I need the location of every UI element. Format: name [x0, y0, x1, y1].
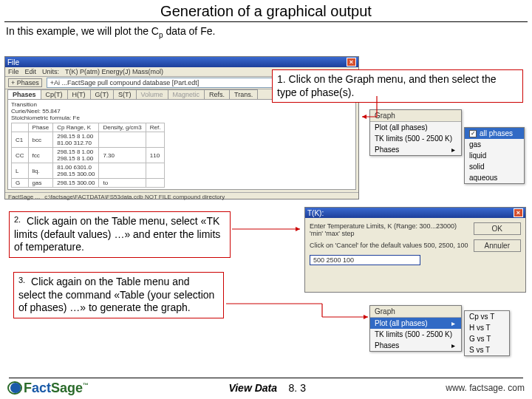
- tab-h[interactable]: H(T): [67, 89, 91, 99]
- tab-s[interactable]: S(T): [113, 89, 137, 99]
- check-icon: ✓: [469, 130, 477, 137]
- dialog-title: T(K):: [307, 209, 324, 217]
- menu-item[interactable]: Phases▸: [370, 340, 461, 351]
- menu-item[interactable]: solid: [465, 161, 524, 172]
- menu-item[interactable]: gas: [465, 139, 524, 150]
- stoich-label: Stoichiometric formula: Fe: [11, 115, 352, 121]
- menu-label: Phases: [375, 146, 399, 154]
- statusbar: FactSage ... c:\factsage\FACTDATA\FS53da…: [5, 192, 358, 201]
- close-icon[interactable]: ×: [514, 208, 523, 217]
- chevron-right-icon: ▸: [451, 341, 455, 349]
- menu-file[interactable]: File: [8, 68, 19, 75]
- menu-item[interactable]: aqueous: [465, 172, 524, 183]
- menu-label: solid: [469, 163, 485, 171]
- dialog-titlebar: T(K): ×: [305, 208, 525, 218]
- dlg-line3: Click on 'Cancel' for the default values…: [310, 242, 469, 249]
- footer: FactSage™ View Data 8. 3 www. factsage. …: [0, 381, 532, 396]
- menu-item[interactable]: G vs T: [465, 333, 509, 344]
- menu-item[interactable]: liquid: [465, 150, 524, 161]
- cell: [146, 179, 165, 188]
- cell: gas: [28, 179, 53, 188]
- dialog-body: Enter Temperature Limits, K (Range: 300.…: [305, 218, 525, 270]
- arrow-icon: [226, 299, 374, 321]
- th-dens: Density, g/cm3: [99, 123, 146, 132]
- menu-label: TK limits (500 - 2500 K): [375, 134, 452, 143]
- menu-item[interactable]: TK limits (500 - 2500 K): [370, 133, 461, 144]
- th-phase: Phase: [28, 123, 53, 132]
- phases-submenu: ✓all phases gas liquid solid aqueous: [464, 127, 525, 184]
- tab-volume[interactable]: Volume: [136, 89, 168, 99]
- tk-input[interactable]: 500 2500 100: [310, 255, 420, 265]
- menu-item[interactable]: H vs T: [465, 322, 509, 333]
- cell: [99, 132, 146, 148]
- menu-item[interactable]: Cp vs T: [465, 311, 509, 322]
- footer-center: View Data 8. 3: [228, 382, 306, 394]
- graph-menu-2: Graph Plot (all phases)▸ TK limits (500 …: [369, 305, 462, 352]
- menu-label: aqueous: [469, 174, 497, 182]
- cell: 298.15 8 1.00298.15 8 1.00: [53, 148, 99, 163]
- footer-rule: [9, 378, 523, 378]
- tab-trans[interactable]: Trans.: [229, 89, 258, 99]
- close-icon[interactable]: ×: [347, 58, 356, 66]
- page-title: Generation of a graphical output: [0, 0, 532, 21]
- th-ref: Ref.: [146, 123, 165, 132]
- cell: [99, 163, 146, 179]
- cp1: 298.15 8 1.00: [57, 133, 93, 140]
- table-row: CC fcc 298.15 8 1.00298.15 8 1.00 7.30 1…: [12, 148, 165, 163]
- cell: C1: [12, 132, 29, 148]
- menu-label: all phases: [480, 129, 513, 137]
- arrow-icon: [232, 225, 306, 233]
- graph-menu-1: Graph Plot (all phases) TK limits (500 -…: [369, 109, 462, 156]
- plot-submenu: Cp vs T H vs T G vs T S vs T: [464, 310, 510, 356]
- intro-text: In this example, we will plot the Cp dat…: [0, 22, 532, 44]
- cell: [146, 163, 165, 179]
- cell: 298.15 300.00: [53, 179, 99, 188]
- menu-item[interactable]: S vs T: [465, 344, 509, 355]
- tab-cp[interactable]: Cp(T): [41, 89, 68, 99]
- menu-item[interactable]: ✓all phases: [465, 128, 524, 139]
- menu-item[interactable]: Phases▸: [370, 144, 461, 155]
- chevron-right-icon: ▸: [451, 319, 455, 327]
- view-data-label: View Data: [228, 382, 277, 394]
- menu-header: Graph: [370, 306, 461, 318]
- phase-table: Phase Cp Range, K Density, g/cm3 Ref. C1…: [11, 123, 165, 188]
- callout-3-text: Click again on the Table menu and select…: [18, 276, 214, 313]
- th-cp: Cp Range, K: [53, 123, 99, 132]
- chevron-right-icon: ▸: [451, 146, 455, 154]
- tab-magnetic[interactable]: Magnetic: [168, 89, 205, 99]
- menu-label: G vs T: [469, 335, 491, 343]
- dlg-line2: 'min' 'max' step: [310, 230, 469, 237]
- cp1: 298.15 8 1.00: [57, 149, 93, 155]
- menu-label: liquid: [469, 151, 486, 160]
- cancel-button[interactable]: Annuler: [474, 239, 521, 252]
- tab-g[interactable]: G(T): [90, 89, 115, 99]
- cell: G: [12, 179, 29, 188]
- menu-item[interactable]: TK limits (500 - 2500 K): [370, 329, 461, 340]
- dlg-line1: Enter Temperature Limits, K (Range: 300.…: [310, 222, 469, 230]
- cp1: 81.00 6301.0: [57, 164, 92, 171]
- ok-button[interactable]: OK: [474, 222, 521, 235]
- menu-label: Phases: [375, 341, 399, 349]
- window-titlebar: File ×: [5, 57, 358, 67]
- menu-edit[interactable]: Edit: [25, 68, 37, 75]
- cp2: 298.15 8 1.00: [57, 155, 93, 162]
- cell: 81.00 6301.0298.15 300.00: [53, 163, 99, 179]
- menu-label: TK limits (500 - 2500 K): [375, 330, 452, 338]
- tab-refs[interactable]: Refs.: [204, 89, 230, 99]
- menu-item[interactable]: Plot (all phases): [370, 122, 461, 133]
- callout-2-num: 2.: [14, 215, 21, 225]
- callout-1: 1. Click on the Graph menu, and then sel…: [272, 69, 523, 103]
- cell: to: [99, 179, 146, 188]
- units-value: T(K) P(atm) Energy(J) Mass(mol): [65, 68, 163, 75]
- logo-icon: [7, 381, 24, 396]
- menu-label: gas: [469, 140, 481, 149]
- table-row: C1 bcc 298.15 8 1.0081.00 312.70: [12, 132, 165, 148]
- callout-3-num: 3.: [18, 276, 25, 286]
- status1: FactSage ...: [8, 194, 40, 200]
- intro-prefix: In this example, we will plot the C: [6, 25, 159, 37]
- table-header: Phase Cp Range, K Density, g/cm3 Ref.: [12, 123, 165, 132]
- tab-phases[interactable]: Phases: [7, 89, 41, 99]
- menu-item[interactable]: Plot (all phases)▸: [370, 318, 461, 329]
- tool-phases[interactable]: + Phases: [8, 78, 42, 87]
- menu-label: H vs T: [469, 324, 491, 332]
